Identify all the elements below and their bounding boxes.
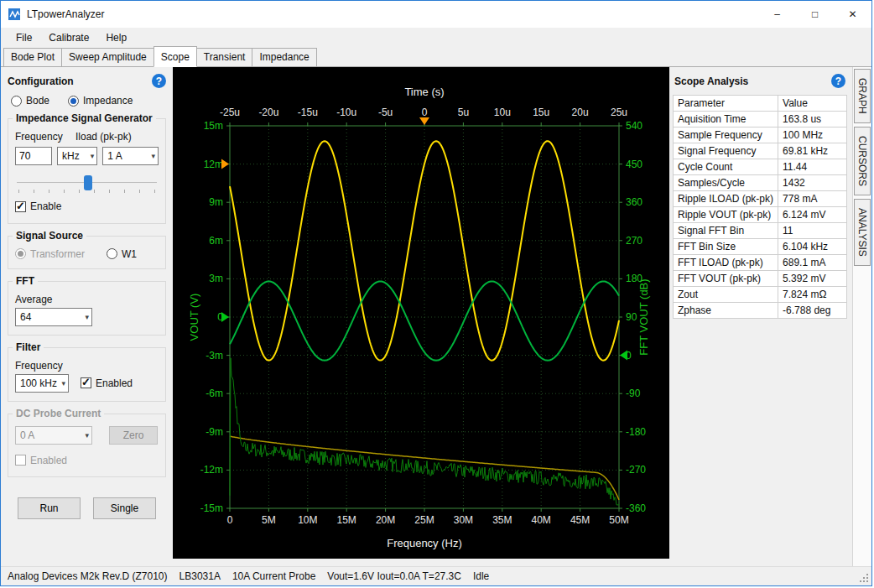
side-tab-analysis[interactable]: ANALYSIS <box>854 199 871 266</box>
svg-text:-6m: -6m <box>205 388 223 399</box>
help-icon[interactable]: ? <box>152 74 166 88</box>
fft-average-select[interactable]: 64 ▾ <box>15 308 92 326</box>
analysis-value: 6.124 mV <box>778 207 847 223</box>
dc-probe-enabled-label: Enabled <box>30 455 67 466</box>
radio-dot <box>107 248 117 259</box>
radio-w1[interactable]: W1 <box>107 248 137 260</box>
radio-dot <box>15 248 26 259</box>
analysis-row[interactable]: Cycle Count11.44 <box>674 159 847 175</box>
tab-bode-plot[interactable]: Bode Plot <box>3 48 62 67</box>
single-button[interactable]: Single <box>93 497 156 519</box>
title-bar: LTpowerAnalyzer – □ ✕ <box>1 1 871 28</box>
svg-text:3m: 3m <box>209 273 223 284</box>
mode-radio-group: Bode Impedance <box>11 95 166 107</box>
svg-text:0: 0 <box>227 514 233 526</box>
analysis-row[interactable]: Zout7.824 mΩ <box>674 287 847 303</box>
analysis-row[interactable]: FFT ILOAD (pk-pk)689.1 mA <box>674 255 847 271</box>
analysis-parameter: Signal FFT Bin <box>674 223 778 239</box>
side-tab-cursors[interactable]: CURSORS <box>854 127 871 195</box>
resize-grip-icon[interactable] <box>866 580 868 582</box>
svg-text:25M: 25M <box>414 514 434 526</box>
analysis-value: 69.81 kHz <box>778 143 847 159</box>
analysis-row[interactable]: Ripple ILOAD (pk-pk)778 mA <box>674 191 847 207</box>
svg-text:15u: 15u <box>533 107 549 118</box>
enable-label: Enable <box>30 200 61 212</box>
tab-scope[interactable]: Scope <box>153 46 197 67</box>
analysis-parameter: Cycle Count <box>674 159 778 175</box>
zero-button: Zero <box>109 426 158 445</box>
svg-text:20M: 20M <box>376 514 395 526</box>
help-icon[interactable]: ? <box>831 74 845 88</box>
status-segment: Vout=1.6V Iout=0.0A T=27.3C <box>327 570 461 582</box>
tab-transient[interactable]: Transient <box>196 48 253 67</box>
analysis-row[interactable]: FFT Bin Size6.104 kHz <box>674 239 847 255</box>
analysis-parameter: FFT VOUT (pk-pk) <box>674 271 778 287</box>
signal-source-title: Signal Source <box>13 230 86 242</box>
svg-text:0: 0 <box>422 107 428 118</box>
run-button[interactable]: Run <box>18 497 81 519</box>
menu-calibrate[interactable]: Calibrate <box>40 29 97 46</box>
radio-w1-label: W1 <box>122 248 137 260</box>
svg-text:Time (s): Time (s) <box>404 86 444 98</box>
analysis-col-parameter: Parameter <box>674 96 778 112</box>
filter-enabled-checkbox[interactable]: Enabled <box>81 377 133 389</box>
iload-select[interactable]: 1 A ▾ <box>102 147 159 165</box>
analysis-value: 778 mA <box>778 191 847 207</box>
analysis-row[interactable]: Signal Frequency69.81 kHz <box>674 143 847 159</box>
tab-strip: Bode PlotSweep AmplitudeScopeTransientIm… <box>1 48 871 67</box>
analysis-parameter: Aquisition Time <box>674 112 778 127</box>
menu-file[interactable]: File <box>8 29 40 46</box>
scope-plot-background: -25u0-20u5M-15u10M-10u15M-5u20M025M5u30M… <box>173 67 669 559</box>
analysis-row[interactable]: Ripple VOUT (pk-pk)6.124 mV <box>674 207 847 223</box>
enable-checkbox[interactable]: Enable <box>15 200 61 212</box>
frequency-unit-value: kHz <box>62 150 80 162</box>
svg-text:-90: -90 <box>626 388 641 399</box>
side-tab-graph[interactable]: GRAPH <box>854 69 871 123</box>
close-button[interactable]: ✕ <box>834 1 871 28</box>
menu-bar: FileCalibrateHelp <box>1 28 871 48</box>
svg-text:5u: 5u <box>458 107 469 118</box>
analysis-row[interactable]: Aquisition Time163.8 us <box>674 112 847 127</box>
frequency-unit-select[interactable]: kHz ▾ <box>57 147 97 165</box>
menu-help[interactable]: Help <box>97 29 135 46</box>
radio-transformer[interactable]: Transformer <box>15 248 85 260</box>
tab-impedance[interactable]: Impedance <box>252 48 316 67</box>
analysis-row[interactable]: Samples/Cycle1432 <box>674 175 847 191</box>
app-icon <box>8 8 22 21</box>
analysis-row[interactable]: FFT VOUT (pk-pk)5.392 mV <box>674 271 847 287</box>
status-segment: 10A Current Probe <box>232 570 315 582</box>
maximize-button[interactable]: □ <box>796 1 834 28</box>
svg-text:15M: 15M <box>337 514 356 526</box>
radio-bode[interactable]: Bode <box>11 95 49 107</box>
analysis-row[interactable]: Signal FFT Bin11 <box>674 223 847 239</box>
dc-probe-current-select: 0 A ▾ <box>15 426 92 445</box>
filter-frequency-label: Frequency <box>15 360 159 372</box>
analysis-row[interactable]: Sample Frequency100 MHz <box>674 127 847 143</box>
analysis-header-row: Parameter Value <box>674 96 847 112</box>
analysis-parameter: Ripple VOUT (pk-pk) <box>674 207 778 223</box>
radio-impedance-label: Impedance <box>83 95 133 107</box>
radio-impedance[interactable]: Impedance <box>68 95 133 107</box>
analysis-value: 7.824 mΩ <box>778 287 847 303</box>
tab-sweep-amplitude[interactable]: Sweep Amplitude <box>61 48 154 67</box>
window-title: LTpowerAnalyzer <box>27 8 104 20</box>
frequency-input[interactable] <box>15 147 52 165</box>
chevron-down-icon: ▾ <box>91 152 95 160</box>
filter-frequency-select[interactable]: 100 kHz ▾ <box>15 374 69 393</box>
analysis-parameter: FFT Bin Size <box>674 239 778 255</box>
svg-text:9m: 9m <box>209 196 223 208</box>
dc-probe-group: DC Probe Current 0 A ▾ Zero Enabled <box>8 414 166 478</box>
frequency-slider[interactable] <box>17 174 157 195</box>
scope-plot[interactable]: -25u0-20u5M-15u10M-10u15M-5u20M025M5u30M… <box>173 67 669 559</box>
signal-generator-group: Impedance Signal Generator Frequency Ilo… <box>8 118 166 224</box>
svg-text:40M: 40M <box>532 514 551 526</box>
analysis-row[interactable]: Zphase-6.788 deg <box>674 303 847 319</box>
signal-source-group: Signal Source Transformer W1 <box>8 236 166 269</box>
svg-text:-360: -360 <box>626 502 646 514</box>
svg-text:25u: 25u <box>611 107 627 118</box>
analysis-value: 689.1 mA <box>778 255 847 271</box>
frequency-slider-thumb[interactable] <box>84 175 92 190</box>
minimize-button[interactable]: – <box>758 1 796 28</box>
svg-text:45M: 45M <box>570 514 590 526</box>
configuration-title: Configuration <box>8 75 74 87</box>
